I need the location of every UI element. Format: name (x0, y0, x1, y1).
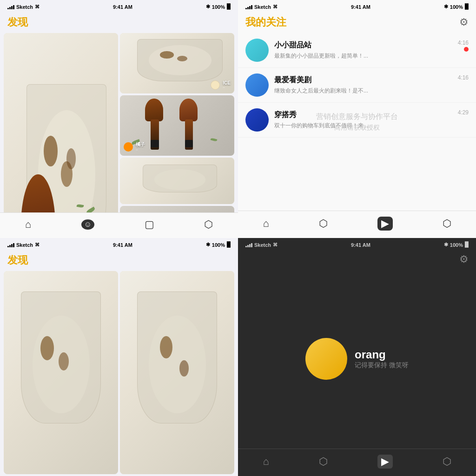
orange-label-1: 橘子 (136, 141, 145, 148)
nav-hexagon-2[interactable]: ⬡ (311, 216, 335, 231)
status-left-1: Sketch ⌘ (7, 4, 40, 10)
color-dot-ice-2 (211, 80, 220, 90)
message-icon-4: ▶ (377, 455, 393, 469)
message-icon-2: ▶ (377, 217, 393, 231)
grid-cell-5[interactable]: 橘子 ~ (120, 206, 234, 212)
ice-sub-2: ~ (223, 86, 231, 90)
wifi-icon-3: ⌘ (35, 242, 40, 247)
nav-home-1[interactable]: ⌂ (18, 217, 39, 232)
shield-icon-4: ⬡ (443, 456, 451, 468)
discover-title-2: 发现 (7, 253, 28, 267)
status-right-4: ✱ 100% ▉ (444, 242, 469, 248)
follow-info-3: 穿搭秀 双十一你的购物车到底值不值得！来... (274, 110, 469, 130)
profile-content: orang 记得要保持 微笑呀 (238, 269, 476, 449)
carrier-label: Sketch (16, 4, 33, 10)
nav-message-4[interactable]: ▶ (370, 453, 400, 470)
nav-chat-1[interactable]: ▢ (137, 217, 162, 232)
profile-text: orang 记得要保持 微笑呀 (355, 348, 409, 370)
time-label: 9:41 AM (113, 4, 132, 10)
bluetooth-icon: ✱ (206, 4, 210, 10)
battery-label-2: 100% (450, 4, 463, 10)
status-bar-4: Sketch ⌘ 9:41 AM ✱ 100% ▉ (238, 238, 476, 250)
home-icon-2: ⌂ (263, 218, 269, 230)
avatar-1 (245, 39, 269, 62)
bluetooth-icon-2: ✱ (444, 4, 448, 10)
status-right-1: ✱ 100% ▉ (206, 4, 231, 10)
nav-message-2[interactable]: ▶ (370, 215, 400, 232)
bottom-nav-2: ⌂ ⬡ ▶ ⬡ (238, 211, 476, 238)
follow-item-1[interactable]: 小小甜品站 最新集的小小甜品更新啦，超简单！... 4:16 (238, 33, 476, 68)
bluetooth-icon-4: ✱ (444, 242, 448, 248)
wifi-icon-2: ⌘ (273, 4, 278, 9)
settings-icon[interactable]: ⚙ (459, 16, 469, 28)
follow-time-2: 4:16 (458, 74, 469, 81)
food-image-5 (120, 206, 234, 212)
status-right-3: ✱ 100% ▉ (206, 242, 231, 248)
follow-desc-3: 双十一你的购物车到底值不值得！来... (274, 122, 386, 130)
status-left-2: Sketch ⌘ (245, 4, 278, 10)
grid-cell-4[interactable] (120, 158, 234, 204)
profile-avatar (305, 338, 347, 380)
carrier-label-4: Sketch (254, 242, 271, 248)
follow-time-3: 4:29 (458, 109, 469, 116)
bottom-nav-4: ⌂ ⬡ ▶ ⬡ (238, 449, 476, 476)
status-left-3: Sketch ⌘ (7, 242, 40, 248)
nav-shield-2[interactable]: ⬡ (435, 216, 459, 231)
nav-hexagon-4[interactable]: ⬡ (311, 454, 335, 469)
status-bar-1: Sketch ⌘ 9:41 AM ✱ 100% ▉ (0, 0, 238, 12)
partial-cell-2[interactable] (120, 271, 234, 474)
nav-face-1[interactable]: ☺ (74, 218, 102, 231)
food-image-1 (4, 33, 118, 212)
profile-name: orang (355, 348, 409, 361)
bottom-nav-1: ⌂ ☺ ▢ ⬡ (0, 212, 238, 238)
shield-icon-1: ⬡ (204, 218, 213, 231)
wifi-icon-4: ⌘ (273, 242, 278, 247)
battery-label: 100% (212, 4, 225, 10)
battery-icon-4: ▉ (465, 242, 469, 248)
wifi-icon: ⌘ (35, 4, 40, 9)
signal-icon (7, 5, 14, 9)
nav-shield-4[interactable]: ⬡ (435, 454, 459, 469)
screen-profile: Sketch ⌘ 9:41 AM ✱ 100% ▉ ⚙ orang 记得要保持 … (238, 238, 476, 476)
nav-home-2[interactable]: ⌂ (255, 216, 276, 231)
gear-icon[interactable]: ⚙ (459, 253, 469, 265)
partial-cell-1[interactable] (4, 271, 118, 474)
unread-dot-1 (464, 47, 469, 52)
screen-discover: Sketch ⌘ 9:41 AM ✱ 100% ▉ 发现 (0, 0, 238, 238)
color-label-ice-2: ICE ~ (223, 80, 231, 90)
grid-cell-1[interactable]: ICE ~ (4, 33, 118, 212)
time-label-2: 9:41 AM (351, 4, 370, 10)
color-tag-orange-1: 橘子 ~ (124, 141, 145, 152)
grid-cell-3[interactable]: 橘子 ~ (120, 95, 234, 156)
signal-icon-2 (245, 5, 252, 9)
grid-cell-2[interactable]: ICE ~ (120, 33, 234, 93)
discover-header: 发现 (0, 12, 238, 33)
follow-info-1: 小小甜品站 最新集的小小甜品更新啦，超简单！... (274, 40, 469, 60)
bluetooth-icon-3: ✱ (206, 242, 210, 248)
battery-icon-2: ▉ (465, 4, 469, 10)
profile-header: ⚙ (238, 250, 476, 269)
avatar-3 (245, 108, 269, 132)
follow-name-1: 小小甜品站 (274, 40, 469, 50)
face-icon: ☺ (81, 219, 94, 230)
follow-name-3: 穿搭秀 (274, 110, 469, 120)
color-dot-orange-1 (124, 142, 133, 152)
ice-label-2: ICE (223, 80, 231, 86)
hexagon-icon-2: ⬡ (319, 218, 328, 230)
battery-icon-3: ▉ (227, 242, 231, 248)
home-icon: ⌂ (25, 218, 31, 231)
nav-home-4[interactable]: ⌂ (255, 454, 276, 469)
follow-item-3[interactable]: 穿搭秀 双十一你的购物车到底值不值得！来... 4:29 (238, 103, 476, 138)
food-image-4 (120, 158, 234, 204)
hexagon-icon-4: ⬡ (319, 456, 328, 468)
status-bar-2: Sketch ⌘ 9:41 AM ✱ 100% ▉ (238, 0, 476, 12)
nav-shield-1[interactable]: ⬡ (197, 217, 220, 232)
follow-name-2: 最爱看美剧 (274, 75, 469, 85)
time-label-3: 9:41 AM (113, 242, 132, 248)
partial-grid (0, 271, 238, 476)
status-right-2: ✱ 100% ▉ (444, 4, 469, 10)
follow-item-2[interactable]: 最爱看美剧 继致命女人之后最火的剧来啦！是不... 4:16 (238, 68, 476, 103)
follow-info-2: 最爱看美剧 继致命女人之后最火的剧来啦！是不... (274, 75, 469, 95)
orange-sub-1: ~ (136, 148, 145, 152)
discover-title: 发现 (7, 15, 28, 29)
